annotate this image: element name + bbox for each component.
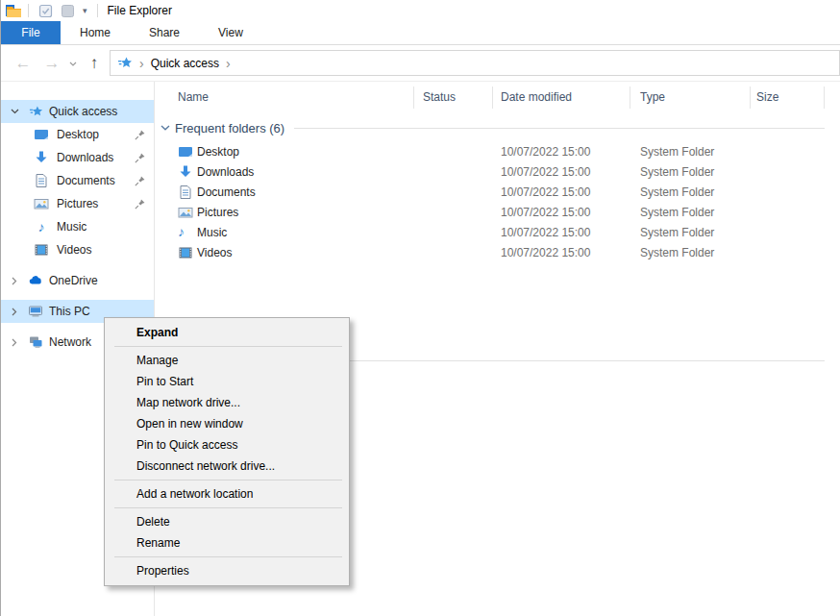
file-date-modified: 10/07/2022 15:00 <box>501 226 590 239</box>
file-name: Pictures <box>197 206 238 219</box>
pictures-icon <box>34 196 49 211</box>
window-title: File Explorer <box>108 4 172 17</box>
file-date-modified: 10/07/2022 15:00 <box>501 185 590 199</box>
sidebar-item-videos[interactable]: Videos <box>1 238 154 261</box>
menu-separator <box>114 346 342 347</box>
tab-view[interactable]: View <box>199 21 262 44</box>
file-name: Desktop <box>197 145 239 159</box>
menu-item-properties[interactable]: Properties <box>105 560 349 581</box>
up-icon[interactable]: ↑ <box>84 45 105 82</box>
file-row-downloads[interactable]: Downloads 10/07/2022 15:00 System Folder <box>155 162 840 183</box>
documents-icon <box>178 185 193 200</box>
sidebar-item-label: Downloads <box>57 151 113 164</box>
file-date-modified: 10/07/2022 15:00 <box>501 246 590 259</box>
menu-item-manage[interactable]: Manage <box>105 350 349 371</box>
menu-item-pin-to-start[interactable]: Pin to Start <box>105 371 349 392</box>
file-type: System Folder <box>640 226 714 239</box>
file-row-documents[interactable]: Documents 10/07/2022 15:00 System Folder <box>155 183 840 203</box>
file-row-music[interactable]: ♪ Music 10/07/2022 15:00 System Folder <box>155 223 840 243</box>
music-icon: ♪ <box>178 225 193 240</box>
file-name: Music <box>197 226 227 239</box>
sidebar-item-label: Desktop <box>57 128 99 141</box>
address-bar[interactable]: › Quick access › <box>110 50 840 76</box>
column-header-date-modified[interactable]: Date modified <box>501 90 572 104</box>
history-dropdown-icon[interactable] <box>66 45 80 82</box>
pin-icon <box>134 198 146 210</box>
menu-item-rename[interactable]: Rename <box>105 532 349 554</box>
sidebar-item-label: This PC <box>49 305 90 318</box>
column-divider[interactable] <box>824 86 825 109</box>
sidebar-item-onedrive[interactable]: OneDrive <box>1 269 154 292</box>
chevron-down-icon[interactable] <box>161 125 172 131</box>
breadcrumb-chevron-icon[interactable]: › <box>139 56 144 71</box>
menu-item-open-in-new-window[interactable]: Open in new window <box>105 413 349 434</box>
title-bar: ▾ File Explorer <box>1 0 840 21</box>
sidebar-item-downloads[interactable]: Downloads <box>1 146 154 169</box>
tab-share[interactable]: Share <box>130 21 199 44</box>
sidebar-item-pictures[interactable]: Pictures <box>1 192 154 215</box>
qat-new-folder-icon[interactable] <box>60 3 76 18</box>
chevron-right-icon[interactable] <box>9 338 20 347</box>
column-headers: Name Status Date modified Type Size <box>155 85 840 111</box>
column-header-type[interactable]: Type <box>640 90 665 104</box>
sidebar-spacer <box>1 261 154 269</box>
sidebar-item-label: Documents <box>57 174 115 187</box>
chevron-right-icon[interactable] <box>9 277 20 285</box>
sidebar-item-desktop[interactable]: Desktop <box>1 123 154 146</box>
ribbon-tabs: File Home Share View <box>1 21 840 45</box>
desktop-icon <box>178 144 193 160</box>
videos-icon <box>34 242 49 258</box>
sidebar-item-label: Music <box>57 220 86 234</box>
menu-item-map-network-drive[interactable]: Map network drive... <box>105 392 349 413</box>
tab-home[interactable]: Home <box>61 21 130 44</box>
file-row-videos[interactable]: Videos 10/07/2022 15:00 System Folder <box>155 243 840 263</box>
file-row-pictures[interactable]: Pictures 10/07/2022 15:00 System Folder <box>155 203 840 223</box>
titlebar-divider <box>28 4 29 17</box>
column-divider[interactable] <box>413 86 414 109</box>
column-divider[interactable] <box>492 86 493 109</box>
column-divider[interactable] <box>630 86 630 109</box>
sidebar-item-music[interactable]: ♪ Music <box>1 215 154 238</box>
qat-dropdown-icon[interactable]: ▾ <box>83 3 87 18</box>
group-frequent-folders[interactable]: Frequent folders (6) <box>155 119 825 136</box>
music-icon: ♪ <box>34 219 49 234</box>
column-header-size[interactable]: Size <box>756 90 778 104</box>
desktop-icon <box>34 127 49 142</box>
column-divider[interactable] <box>750 86 751 109</box>
file-type: System Folder <box>640 246 714 259</box>
quick-access-star-icon <box>117 56 133 71</box>
sidebar-item-label: Videos <box>57 243 91 257</box>
menu-separator <box>114 507 342 508</box>
file-explorer-window: ▾ File Explorer File Home Share View ← →… <box>0 0 840 616</box>
sidebar-item-quick-access[interactable]: Quick access <box>1 100 154 123</box>
quick-access-star-icon <box>28 104 43 119</box>
menu-item-disconnect-network-drive[interactable]: Disconnect network drive... <box>105 456 349 477</box>
file-row-desktop[interactable]: Desktop 10/07/2022 15:00 System Folder <box>155 142 840 162</box>
file-name: Videos <box>197 246 232 259</box>
videos-icon <box>178 245 193 260</box>
sidebar-item-label: Quick access <box>49 105 117 118</box>
file-name: Downloads <box>197 165 254 179</box>
chevron-down-icon[interactable] <box>9 109 20 114</box>
column-header-name[interactable]: Name <box>178 90 209 104</box>
file-date-modified: 10/07/2022 15:00 <box>501 206 590 219</box>
context-menu-this-pc: Expand Manage Pin to Start Map network d… <box>104 317 350 586</box>
menu-item-pin-to-quick-access[interactable]: Pin to Quick access <box>105 434 349 456</box>
file-type: System Folder <box>640 206 714 219</box>
forward-icon[interactable]: → <box>41 45 62 82</box>
group-rule <box>268 360 825 361</box>
breadcrumb-chevron-icon[interactable]: › <box>226 56 231 71</box>
menu-item-delete[interactable]: Delete <box>105 511 349 532</box>
menu-item-expand[interactable]: Expand <box>105 322 349 343</box>
column-header-status[interactable]: Status <box>423 90 456 104</box>
file-name: Documents <box>197 185 256 199</box>
tab-file[interactable]: File <box>1 21 61 44</box>
back-icon[interactable]: ← <box>12 45 34 82</box>
chevron-right-icon[interactable] <box>9 308 20 316</box>
pin-icon <box>134 152 146 164</box>
menu-item-add-a-network-location[interactable]: Add a network location <box>105 483 349 505</box>
onedrive-cloud-icon <box>28 273 43 288</box>
breadcrumb-quick-access[interactable]: Quick access <box>151 57 219 70</box>
qat-properties-icon[interactable] <box>37 3 54 18</box>
sidebar-item-documents[interactable]: Documents <box>1 169 154 192</box>
